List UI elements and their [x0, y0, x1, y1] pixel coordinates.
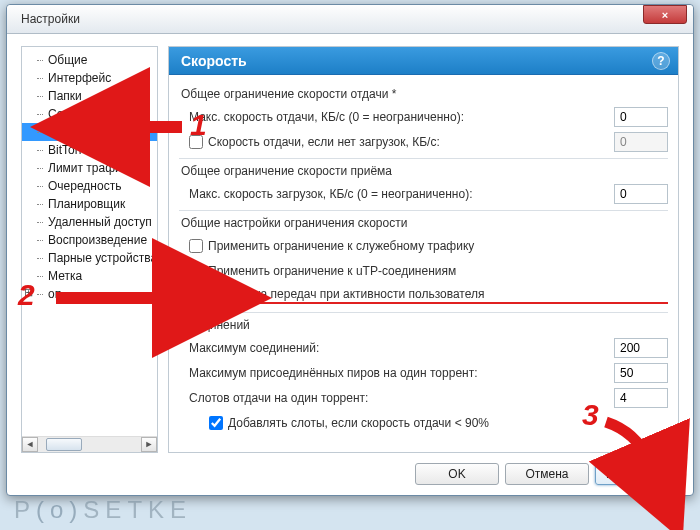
section-download: Общее ограничение скорости приёма: [181, 164, 668, 178]
window-title: Настройки: [21, 12, 643, 26]
download-max-input[interactable]: [614, 184, 668, 204]
watermark: P(o)SETKE: [14, 496, 192, 524]
sidebar-item-12[interactable]: Метка: [22, 267, 157, 285]
sidebar-item-7[interactable]: Очередность: [22, 177, 157, 195]
section-limits: Общие настройки ограничения скорости: [181, 216, 668, 230]
slots-input[interactable]: [614, 388, 668, 408]
download-max-label: Макс. скорость загрузок, КБ/с (0 = неогр…: [189, 187, 614, 201]
sidebar-item-0[interactable]: Общие: [22, 51, 157, 69]
sidebar-item-11[interactable]: Парные устройства: [22, 249, 157, 267]
sidebar-item-1[interactable]: Интерфейс: [22, 69, 157, 87]
dialog-buttons: OK Отмена Применить: [21, 453, 679, 485]
conns-max-label: Максимум соединений:: [189, 341, 614, 355]
extra-slots-checkbox[interactable]: [209, 416, 223, 430]
upload-alt-input: [614, 132, 668, 152]
overhead-checkbox[interactable]: [189, 239, 203, 253]
titlebar: Настройки ×: [7, 5, 693, 34]
useractive-label: Остановка передач при активности пользов…: [208, 287, 668, 304]
tree-scrollbar[interactable]: ◄ ►: [22, 436, 157, 452]
sidebar-item-3[interactable]: Соединение: [22, 105, 157, 123]
extra-slots-label: Добавлять слоты, если скорость отдачи < …: [228, 416, 668, 430]
sidebar-item-5[interactable]: BitTorrent: [22, 141, 157, 159]
sidebar-item-2[interactable]: Папки: [22, 87, 157, 105]
annotation-2: 2: [18, 278, 35, 312]
upload-max-input[interactable]: [614, 107, 668, 127]
close-icon: ×: [662, 9, 668, 21]
sidebar-item-13[interactable]: оп: [22, 285, 157, 303]
annotation-1: 1: [190, 108, 207, 142]
useractive-checkbox[interactable]: [189, 289, 203, 303]
sidebar-item-4[interactable]: Скорость: [22, 123, 157, 141]
peers-max-label: Максимум присоединённых пиров на один то…: [189, 366, 614, 380]
annotation-3: 3: [582, 398, 599, 432]
peers-max-input[interactable]: [614, 363, 668, 383]
sidebar-item-10[interactable]: Воспроизведение: [22, 231, 157, 249]
slots-label: Слотов отдачи на один торрент:: [189, 391, 614, 405]
apply-button[interactable]: Применить: [595, 463, 679, 485]
conns-max-input[interactable]: [614, 338, 668, 358]
upload-max-label: Макс. скорость отдачи, КБ/с (0 = неогран…: [189, 110, 614, 124]
close-button[interactable]: ×: [643, 5, 687, 24]
scroll-left-icon[interactable]: ◄: [22, 437, 38, 452]
sidebar-item-6[interactable]: Лимит трафика: [22, 159, 157, 177]
section-conns: Соединений: [181, 318, 668, 332]
section-upload: Общее ограничение скорости отдачи *: [181, 87, 668, 101]
scroll-thumb[interactable]: [46, 438, 82, 451]
utp-checkbox[interactable]: [189, 264, 203, 278]
utp-label: Применить ограничение к uTP-соединениям: [208, 264, 668, 278]
help-icon: ?: [657, 54, 664, 68]
category-tree: ОбщиеИнтерфейсПапкиСоединениеСкоростьBit…: [21, 46, 158, 453]
ok-button[interactable]: OK: [415, 463, 499, 485]
settings-panel: Скорость ? Общее ограничение скорости от…: [168, 46, 679, 453]
scroll-right-icon[interactable]: ►: [141, 437, 157, 452]
sidebar-item-8[interactable]: Планировщик: [22, 195, 157, 213]
panel-title: Скорость: [181, 53, 652, 69]
cancel-button[interactable]: Отмена: [505, 463, 589, 485]
panel-header: Скорость ?: [169, 47, 678, 75]
sidebar-item-9[interactable]: Удаленный доступ: [22, 213, 157, 231]
upload-alt-label: Скорость отдачи, если нет загрузок, КБ/с…: [208, 135, 614, 149]
help-button[interactable]: ?: [652, 52, 670, 70]
overhead-label: Применить ограничение к служебному трафи…: [208, 239, 668, 253]
